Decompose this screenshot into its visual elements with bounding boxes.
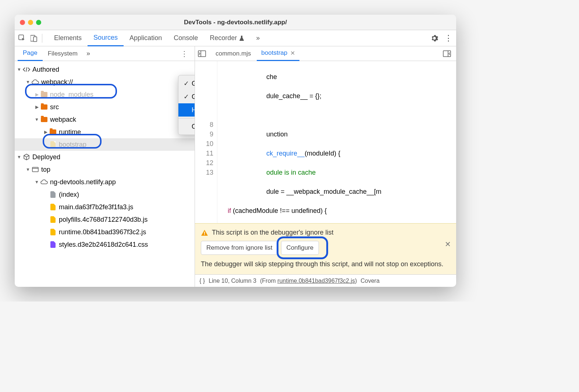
menu-separator [178,118,195,118]
check-icon: ✓ [184,79,192,88]
menu-open-file[interactable]: Open file ⌘ P [178,120,195,133]
expand-arrow-icon: ▼ [34,179,40,185]
expand-arrow-icon: ▼ [25,79,31,85]
expand-arrow-icon: ▶ [43,129,49,135]
folder-icon [40,116,48,123]
tree-file[interactable]: main.da63f7b2fe3f1fa3.js [15,201,195,213]
tree-top[interactable]: ▼ top [15,163,195,176]
tab-console[interactable]: Console [168,30,204,46]
cursor-position: Line 10, Column 3 [209,278,256,284]
source-link[interactable]: runtime.0b841bad3967f3c2.js [277,278,355,284]
traffic-lights [20,20,41,25]
expand-arrow-icon: ▼ [34,117,40,122]
inspect-element-icon[interactable] [18,35,26,42]
settings-icon[interactable] [430,34,438,42]
svg-rect-2 [33,37,37,42]
folder-icon [40,104,48,110]
tree-authored[interactable]: ▼ Authored [15,63,195,76]
tree-file[interactable]: polyfills.4c768d7122740d3b.js [15,213,195,226]
editor-tab-bootstrap[interactable]: bootstrap ✕ [257,46,299,61]
file-icon [49,191,57,198]
editor-statusbar: { } Line 10, Column 3 (From runtime.0b84… [195,274,456,287]
check-icon: ✓ [184,93,192,101]
tree-file[interactable]: runtime.0b841bad3967f3c2.js [15,226,195,238]
more-tabs-button[interactable]: » [250,30,266,46]
device-toolbar-icon[interactable] [30,35,38,42]
editor-tabs: common.mjs bootstrap ✕ [195,46,456,61]
tree-src[interactable]: ▶ src [15,101,195,113]
sidebar-tab-page[interactable]: Page [18,46,43,61]
sidebar-tab-filesystem[interactable]: Filesystem [43,46,83,61]
tree-index[interactable]: (index) [15,188,195,201]
folder-icon [40,91,48,98]
editor-pane: common.mjs bootstrap ✕ 8 9 10 11 12 13 [195,46,456,287]
minimize-window-button[interactable] [28,20,33,25]
code-editor[interactable]: 8 9 10 11 12 13 che dule_cache__ = {}; u… [195,61,456,223]
svg-rect-9 [204,232,205,234]
kebab-menu-icon[interactable]: ⋮ [444,33,452,43]
devtools-window: DevTools - ng-devtools.netlify.app/ Elem… [15,15,456,287]
tab-sources[interactable]: Sources [88,30,124,46]
sidebar-more-tabs[interactable]: » [83,50,94,57]
line-gutter: 8 9 10 11 12 13 [195,61,217,223]
tab-application[interactable]: Application [124,30,168,46]
svg-rect-5 [198,51,206,57]
file-icon [49,229,57,235]
code-content: che dule_cache__ = {}; unction ck_requir… [217,61,456,223]
tree-webpack-root[interactable]: ▼ webpack:// [15,76,195,88]
titlebar: DevTools - ng-devtools.netlify.app/ [15,15,456,30]
file-icon [49,141,57,148]
expand-arrow-icon: ▼ [25,167,31,172]
file-icon [49,241,57,248]
format-icon[interactable]: { } [199,278,205,284]
ignore-list-infobar: This script is on the debugger's ignore … [195,223,456,274]
source-from: (From runtime.0b841bad3967f3c2.js) [260,278,357,284]
tree-deployed[interactable]: ▼ Deployed [15,151,195,163]
file-icon [49,204,57,210]
context-menu: ✓ Group by folder ✓ Group by Authored/De… [178,75,195,135]
folder-icon [49,129,57,135]
tab-elements[interactable]: Elements [48,30,88,46]
expand-arrow-icon: ▶ [34,104,40,110]
debugger-toggle-icon[interactable] [441,50,453,57]
tree-node-modules[interactable]: ▶ node_modules [15,88,195,101]
tree-file[interactable]: styles.d3e2b24618d2c641.css [15,238,195,251]
deployed-icon [23,154,30,160]
svg-rect-3 [32,167,38,172]
cloud-icon [40,179,48,185]
sources-sidebar: Page Filesystem » ⋮ ▼ Authored ▼ webpack… [15,46,195,287]
close-tab-icon[interactable]: ✕ [290,50,295,57]
sidebar-tabs: Page Filesystem » ⋮ [15,46,195,61]
tree-webpack-folder[interactable]: ▼ webpack [15,113,195,126]
main-toolbar: Elements Sources Application Console Rec… [15,30,456,46]
code-icon [23,66,30,73]
sidebar-kebab-menu[interactable]: ⋮ [177,49,192,58]
expand-arrow-icon: ▼ [16,67,22,72]
close-infobar-icon[interactable]: ✕ [445,240,451,249]
tree-runtime[interactable]: ▶ runtime [15,126,195,138]
svg-rect-10 [204,234,205,235]
maximize-window-button[interactable] [36,20,41,25]
file-icon [49,216,57,223]
tree-bootstrap[interactable]: bootstrap [15,138,195,151]
close-window-button[interactable] [20,20,25,25]
configure-button[interactable]: Configure [281,241,319,255]
infobar-title: This script is on the debugger's ignore … [212,229,334,236]
editor-tab-common[interactable]: common.mjs [211,46,255,61]
frame-icon [32,166,39,173]
file-tree: ▼ Authored ▼ webpack:// ▶ node_modules ▶ [15,61,195,287]
tab-recorder[interactable]: Recorder [204,30,250,46]
tree-domain[interactable]: ▼ ng-devtools.netlify.app [15,176,195,188]
menu-hide-ignored[interactable]: Hide ignore-listed sources [178,103,195,117]
navigator-toggle-icon[interactable] [198,50,206,57]
warning-icon [201,229,208,236]
expand-arrow-icon: ▼ [16,154,22,160]
menu-group-by-authored[interactable]: ✓ Group by Authored/Deployed [178,90,195,103]
infobar-description: The debugger will skip stepping through … [201,259,450,269]
coverage-label[interactable]: Covera [360,278,380,284]
svg-rect-7 [443,51,451,57]
window-title: DevTools - ng-devtools.netlify.app/ [184,19,287,26]
cloud-icon [32,79,39,85]
menu-group-by-folder[interactable]: ✓ Group by folder [178,77,195,90]
remove-from-ignore-list-button[interactable]: Remove from ignore list [201,241,278,255]
